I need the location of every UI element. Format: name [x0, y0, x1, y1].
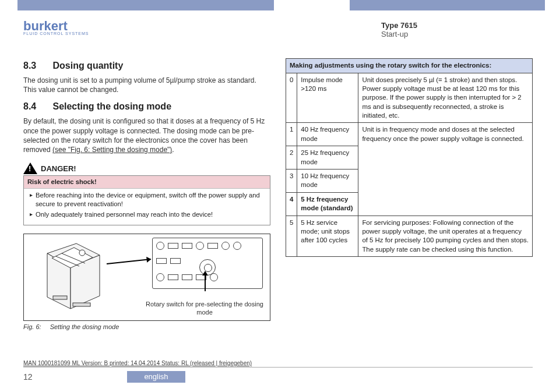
cell-desc: Unit doses precisely 5 µl (= 1 stroke) a…: [358, 73, 533, 123]
cell-pos: 3: [286, 169, 297, 193]
figure-link[interactable]: (see "Fig. 6: Setting the dosing mode"): [52, 146, 172, 154]
table-row: 0 Impulse mode >120 ms Unit doses precis…: [286, 73, 533, 123]
doc-type: Type 7615: [381, 21, 533, 30]
danger-item: Only adequately trained personnel may re…: [30, 210, 266, 219]
cell-desc: Unit is in frequency mode and doses at t…: [358, 123, 533, 216]
cell-pos: 0: [286, 73, 297, 123]
electronics-panel-drawing: [152, 238, 263, 289]
cell-mode: 5 Hz service mode; unit stops after 100 …: [297, 216, 358, 257]
danger-item: Before reaching into the device or equip…: [30, 191, 266, 209]
para-text: .: [172, 146, 174, 154]
figure-number: Fig. 6:: [23, 323, 41, 330]
cell-pos: 5: [286, 216, 297, 257]
language-tab: english: [127, 371, 185, 383]
page-header: burkert FLUID CONTROL SYSTEMS Type 7615 …: [23, 21, 533, 38]
table-row: 1 40 Hz frequency mode Unit is in freque…: [286, 123, 533, 146]
top-tab-left: [17, 0, 274, 10]
cell-mode: 10 Hz frequency mode: [297, 169, 358, 193]
figure-6: Rotary switch for pre-selecting the dosi…: [23, 234, 270, 321]
danger-title: Risk of electric shock!: [24, 176, 270, 189]
cell-pos: 1: [286, 123, 297, 146]
table-header: Making adjustments using the rotary swit…: [286, 59, 533, 73]
para-8-3: The dosing unit is set to a pumping volu…: [23, 76, 270, 94]
rotary-switch-table: Making adjustments using the rotary swit…: [286, 58, 533, 257]
para-8-4: By default, the dosing unit is configure…: [23, 116, 270, 154]
cell-mode: 40 Hz frequency mode: [297, 123, 358, 146]
heading-8-4: 8.4 Selecting the dosing mode: [23, 101, 270, 112]
arrow-icon: [107, 259, 151, 264]
cell-mode: Impulse mode >120 ms: [297, 73, 358, 123]
figure-title: Setting the dosing mode: [50, 323, 119, 330]
heading-num: 8.3: [23, 61, 50, 71]
danger-label: DANGER!: [41, 164, 76, 173]
cell-mode: 25 Hz frequency mode: [297, 146, 358, 169]
table-row: 5 5 Hz service mode; unit stops after 10…: [286, 216, 533, 257]
page-number: 12: [23, 372, 33, 382]
heading-num: 8.4: [23, 101, 50, 112]
cell-pos: 2: [286, 146, 297, 169]
footer-metadata: MAN 1000181099 ML Version: B printed: 14…: [23, 360, 533, 368]
doc-section: Start-up: [381, 30, 533, 38]
heading-title: Selecting the dosing mode: [52, 101, 171, 111]
danger-block: DANGER! Risk of electric shock! Before r…: [23, 163, 270, 225]
warning-triangle-icon: [23, 163, 37, 174]
arrow-up-icon: [205, 271, 206, 291]
brand-logo: burkert FLUID CONTROL SYSTEMS: [23, 21, 105, 38]
cell-mode: 5 Hz frequency mode (standard): [297, 192, 358, 216]
cell-desc: For servicing purposes: Following connec…: [358, 216, 533, 257]
heading-8-3: 8.3 Dosing quantity: [23, 61, 270, 71]
figure-sublabel: Rotary switch for pre-selecting the dosi…: [140, 301, 269, 317]
svg-rect-7: [53, 296, 67, 299]
svg-point-6: [79, 250, 85, 256]
figure-caption: Fig. 6: Setting the dosing mode: [23, 323, 270, 330]
danger-list: Before reaching into the device or equip…: [24, 189, 270, 224]
heading-title: Dosing quantity: [52, 61, 123, 70]
logo-subtext: FLUID CONTROL SYSTEMS: [23, 31, 105, 36]
top-tab-right: [350, 0, 545, 10]
device-iso-drawing: [36, 239, 111, 315]
svg-rect-8: [73, 303, 90, 306]
cell-pos: 4: [286, 192, 297, 216]
